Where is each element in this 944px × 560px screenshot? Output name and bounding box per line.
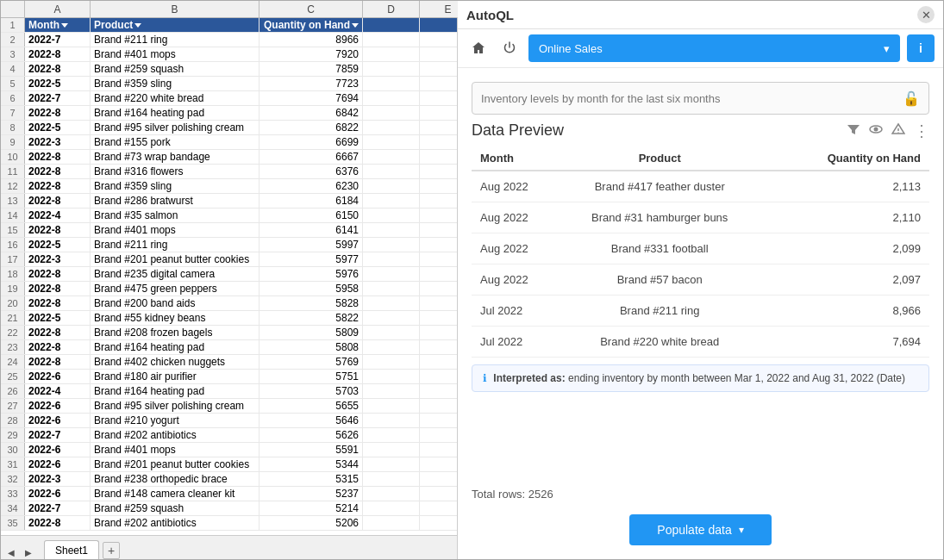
- qty-filter-icon[interactable]: [352, 23, 359, 28]
- d-cell: [363, 77, 420, 90]
- data-preview-header: Data Preview: [472, 121, 929, 140]
- header-product: Product: [91, 18, 259, 32]
- home-button[interactable]: [466, 36, 491, 60]
- table-row: 15 2022-8 Brand #401 mops 6141: [1, 223, 457, 238]
- row-num-header: [1, 1, 25, 17]
- sheet-nav-right[interactable]: ▶: [22, 546, 35, 559]
- d-cell: [363, 487, 420, 501]
- month-cell: 2022-4: [25, 208, 91, 222]
- month-cell: 2022-6: [25, 487, 91, 501]
- month-cell: 2022-8: [25, 355, 91, 369]
- table-row: 4 2022-8 Brand #259 squash 7859: [1, 62, 457, 77]
- eye-icon[interactable]: [869, 122, 883, 140]
- qty-cell: 6376: [259, 165, 363, 178]
- qty-cell: 5626: [259, 428, 363, 442]
- add-sheet-button[interactable]: +: [103, 542, 120, 559]
- e-cell: [420, 501, 457, 515]
- filter-icon[interactable]: [847, 122, 860, 140]
- table-row: 35 2022-8 Brand #202 antibiotics 5206: [1, 516, 457, 531]
- row-num-cell: 5: [1, 77, 25, 90]
- month-cell: 2022-6: [25, 370, 91, 383]
- autoql-titlebar: AutoQL ✕: [458, 1, 943, 29]
- preview-month-cell: Jul 2022: [472, 296, 549, 327]
- d-cell: [363, 501, 420, 515]
- row-num-cell: 31: [1, 457, 25, 471]
- spreadsheet-pane: A B C D E 1 Month Product Quantity on Ha…: [1, 1, 458, 559]
- e-cell: [420, 47, 457, 61]
- month-filter-icon[interactable]: [61, 23, 68, 28]
- d-cell: [363, 150, 420, 164]
- populate-data-button[interactable]: Populate data ▾: [629, 514, 771, 545]
- d-cell: [363, 296, 420, 310]
- qty-cell: 8966: [259, 33, 363, 47]
- datasource-select[interactable]: Online Sales ▾: [528, 34, 900, 62]
- product-cell: Brand #201 peanut butter cookies: [91, 457, 259, 471]
- d-cell: [363, 62, 420, 76]
- warning-icon[interactable]: [891, 122, 905, 140]
- table-row: 12 2022-8 Brand #359 sling 6230: [1, 179, 457, 194]
- info-circle-icon: ℹ: [483, 372, 487, 384]
- d-cell: [363, 223, 420, 237]
- table-row: 7 2022-8 Brand #164 heating pad 6842: [1, 106, 457, 121]
- product-cell: Brand #164 heating pad: [91, 106, 259, 120]
- close-button[interactable]: ✕: [917, 6, 935, 23]
- table-row: 9 2022-3 Brand #155 pork 6699: [1, 135, 457, 150]
- e-cell: [420, 150, 457, 164]
- home-icon: [472, 41, 485, 55]
- preview-product-cell: Brand #211 ring: [549, 296, 770, 327]
- list-item: Aug 2022 Brand #57 bacon 2,097: [472, 264, 929, 296]
- e-cell: [420, 62, 457, 76]
- search-input[interactable]: [481, 92, 903, 105]
- row-num-cell: 28: [1, 414, 25, 427]
- table-header-product: Product: [549, 146, 770, 171]
- qty-cell: 5344: [259, 457, 363, 471]
- table-row: 6 2022-7 Brand #220 white bread 7694: [1, 91, 457, 106]
- svg-point-3: [897, 132, 898, 133]
- e-cell: [420, 296, 457, 310]
- qty-cell: 6842: [259, 106, 363, 120]
- sheet-nav-left[interactable]: ◀: [4, 546, 18, 559]
- row-num-cell: 8: [1, 121, 25, 134]
- d-cell: [363, 370, 420, 383]
- product-cell: Brand #401 mops: [91, 47, 259, 61]
- d-cell: [363, 355, 420, 369]
- table-row: 22 2022-8 Brand #208 frozen bagels 5809: [1, 326, 457, 340]
- svg-point-1: [874, 127, 878, 131]
- row-num-cell: 23: [1, 340, 25, 354]
- e-cell: [420, 472, 457, 486]
- preview-month-cell: Aug 2022: [472, 171, 549, 202]
- sheet-tabs: ◀ ▶ Sheet1 +: [1, 535, 457, 559]
- product-cell: Brand #155 pork: [91, 135, 259, 149]
- table-row: 13 2022-8 Brand #286 bratwurst 6184: [1, 194, 457, 208]
- product-cell: Brand #211 ring: [91, 33, 259, 47]
- more-icon[interactable]: ⋮: [914, 123, 929, 139]
- table-row: 3 2022-8 Brand #401 mops 7920: [1, 47, 457, 62]
- sheet-tab-1[interactable]: Sheet1: [44, 540, 99, 559]
- product-filter-icon[interactable]: [134, 23, 141, 28]
- d-cell: [363, 47, 420, 61]
- month-cell: 2022-8: [25, 150, 91, 164]
- preview-month-cell: Aug 2022: [472, 233, 549, 264]
- preview-qty-cell: 7,694: [770, 327, 929, 358]
- e-cell: [420, 340, 457, 354]
- row-num-cell: 35: [1, 516, 25, 530]
- d-cell: [363, 457, 420, 471]
- data-preview-section: Data Preview: [458, 121, 943, 479]
- header-month: Month: [25, 18, 91, 32]
- qty-cell: 5703: [259, 384, 363, 398]
- product-cell: Brand #95 silver polishing cream: [91, 121, 259, 134]
- table-row: 23 2022-8 Brand #164 heating pad 5808: [1, 340, 457, 355]
- product-cell: Brand #211 ring: [91, 238, 259, 252]
- qty-cell: 5997: [259, 238, 363, 252]
- product-cell: Brand #148 camera cleaner kit: [91, 487, 259, 501]
- interpreted-text: ending inventory by month between Mar 1,…: [568, 372, 905, 384]
- info-button[interactable]: i: [907, 34, 935, 62]
- month-cell: 2022-6: [25, 414, 91, 427]
- row-num-cell: 29: [1, 428, 25, 442]
- row-num-cell: 4: [1, 62, 25, 76]
- data-preview-title: Data Preview: [472, 121, 564, 140]
- month-cell: 2022-5: [25, 311, 91, 325]
- product-cell: Brand #201 peanut butter cookies: [91, 252, 259, 266]
- power-button[interactable]: [497, 36, 522, 60]
- month-cell: 2022-8: [25, 340, 91, 354]
